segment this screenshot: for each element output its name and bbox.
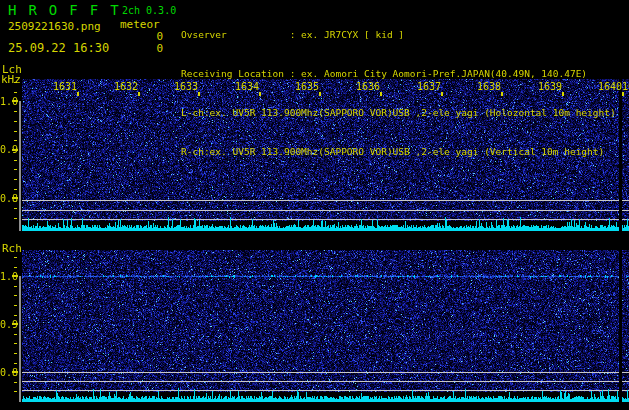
time-label: 1634 <box>235 81 259 92</box>
time-label: 1636 <box>356 81 380 92</box>
time-label: 1640 <box>598 81 622 92</box>
rch-panel-label: Rch <box>2 242 22 255</box>
datetime: 25.09.22 16:30 <box>8 41 109 55</box>
time-label: 1638 <box>477 81 501 92</box>
lch-ytick: 0.8 <box>0 193 14 204</box>
info-observer-line: Ovserver : ex. JR7CYX [ kid ] <box>181 28 616 41</box>
rch-ytick: 0.8 <box>0 367 14 378</box>
lch-unit-label: kHz <box>1 73 21 86</box>
time-label: 16 <box>622 81 629 92</box>
hrofft-screen: HROFFT 2ch 0.3.0 2509221630.png meteor 0… <box>0 0 629 410</box>
observer-info: Ovserver : ex. JR7CYX [ kid ] Receiving … <box>181 2 616 184</box>
time-label: 1632 <box>114 81 138 92</box>
info-lch-receiver-line: L-ch:ex. UV5R 113.900Mhz(SAPPORO VOR)USB… <box>181 106 616 119</box>
rch-ytick: 0.9 <box>0 319 14 330</box>
filename: 2509221630.png <box>8 20 101 33</box>
time-label: 1637 <box>417 81 441 92</box>
time-label: 1639 <box>538 81 562 92</box>
time-label: 1633 <box>174 81 198 92</box>
rch-ytick: 1.0 <box>0 271 14 282</box>
lch-ytick: 0.9 <box>0 144 14 155</box>
app-version: 2ch 0.3.0 <box>122 5 176 16</box>
info-rch-receiver-line: R-ch:ex. UV5R 113.900Mhz(SAPPORO VOR)USB… <box>181 145 616 158</box>
lch-ytick: 1.0 <box>0 96 14 107</box>
info-location-line: Receiving Location : ex. Aomori City Aom… <box>181 67 616 80</box>
app-title: HROFFT <box>8 2 131 18</box>
time-label: 1635 <box>295 81 319 92</box>
meteor-count-r: 0 <box>120 42 163 55</box>
time-label: 1631 <box>53 81 77 92</box>
